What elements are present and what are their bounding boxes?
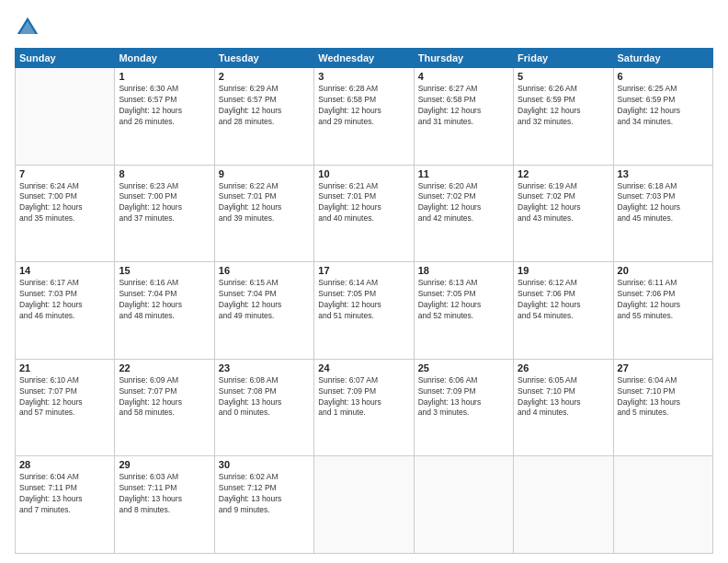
calendar-cell bbox=[16, 68, 115, 166]
day-number: 1 bbox=[119, 71, 210, 82]
day-number: 28 bbox=[19, 459, 110, 470]
calendar-week-1: 1Sunrise: 6:30 AM Sunset: 6:57 PM Daylig… bbox=[16, 68, 713, 166]
calendar-cell: 6Sunrise: 6:25 AM Sunset: 6:59 PM Daylig… bbox=[613, 68, 712, 166]
calendar-header-wednesday: Wednesday bbox=[314, 49, 414, 68]
calendar-cell bbox=[514, 456, 613, 554]
calendar-cell: 12Sunrise: 6:19 AM Sunset: 7:02 PM Dayli… bbox=[514, 165, 613, 262]
day-number: 18 bbox=[418, 265, 509, 276]
day-info: Sunrise: 6:11 AM Sunset: 7:06 PM Dayligh… bbox=[618, 278, 709, 322]
day-info: Sunrise: 6:04 AM Sunset: 7:11 PM Dayligh… bbox=[19, 472, 110, 516]
day-info: Sunrise: 6:16 AM Sunset: 7:04 PM Dayligh… bbox=[119, 278, 210, 322]
day-number: 19 bbox=[518, 265, 609, 276]
day-number: 27 bbox=[618, 362, 709, 373]
day-number: 24 bbox=[318, 362, 409, 373]
day-number: 20 bbox=[618, 265, 709, 276]
day-number: 8 bbox=[119, 168, 210, 179]
calendar-cell bbox=[414, 456, 513, 554]
day-info: Sunrise: 6:13 AM Sunset: 7:05 PM Dayligh… bbox=[418, 278, 509, 322]
day-number: 12 bbox=[518, 168, 609, 179]
day-number: 3 bbox=[318, 71, 409, 82]
day-info: Sunrise: 6:06 AM Sunset: 7:09 PM Dayligh… bbox=[418, 375, 509, 419]
logo bbox=[15, 15, 44, 40]
day-number: 13 bbox=[618, 168, 709, 179]
day-info: Sunrise: 6:25 AM Sunset: 6:59 PM Dayligh… bbox=[618, 84, 709, 128]
calendar-header-row: SundayMondayTuesdayWednesdayThursdayFrid… bbox=[16, 49, 713, 68]
day-info: Sunrise: 6:15 AM Sunset: 7:04 PM Dayligh… bbox=[219, 278, 310, 322]
day-number: 16 bbox=[219, 265, 310, 276]
day-number: 26 bbox=[518, 362, 609, 373]
day-number: 5 bbox=[518, 71, 609, 82]
calendar-cell: 19Sunrise: 6:12 AM Sunset: 7:06 PM Dayli… bbox=[514, 262, 613, 360]
day-info: Sunrise: 6:03 AM Sunset: 7:11 PM Dayligh… bbox=[119, 472, 210, 516]
day-number: 10 bbox=[318, 168, 409, 179]
day-number: 9 bbox=[219, 168, 310, 179]
day-number: 21 bbox=[19, 362, 110, 373]
calendar-cell: 10Sunrise: 6:21 AM Sunset: 7:01 PM Dayli… bbox=[314, 165, 414, 262]
calendar-cell bbox=[314, 456, 414, 554]
day-number: 25 bbox=[418, 362, 509, 373]
calendar-cell: 25Sunrise: 6:06 AM Sunset: 7:09 PM Dayli… bbox=[414, 359, 513, 456]
day-info: Sunrise: 6:30 AM Sunset: 6:57 PM Dayligh… bbox=[119, 84, 210, 128]
calendar-cell: 21Sunrise: 6:10 AM Sunset: 7:07 PM Dayli… bbox=[16, 359, 115, 456]
calendar-cell: 20Sunrise: 6:11 AM Sunset: 7:06 PM Dayli… bbox=[613, 262, 712, 360]
calendar-cell: 13Sunrise: 6:18 AM Sunset: 7:03 PM Dayli… bbox=[613, 165, 712, 262]
calendar-header-sunday: Sunday bbox=[16, 49, 115, 68]
day-info: Sunrise: 6:21 AM Sunset: 7:01 PM Dayligh… bbox=[318, 181, 409, 225]
calendar-header-monday: Monday bbox=[115, 49, 214, 68]
calendar-header-friday: Friday bbox=[514, 49, 613, 68]
calendar-cell: 4Sunrise: 6:27 AM Sunset: 6:58 PM Daylig… bbox=[414, 68, 513, 166]
calendar-cell: 28Sunrise: 6:04 AM Sunset: 7:11 PM Dayli… bbox=[16, 456, 115, 554]
day-number: 11 bbox=[418, 168, 509, 179]
day-info: Sunrise: 6:28 AM Sunset: 6:58 PM Dayligh… bbox=[318, 84, 409, 128]
calendar-week-2: 7Sunrise: 6:24 AM Sunset: 7:00 PM Daylig… bbox=[16, 165, 713, 262]
day-number: 7 bbox=[19, 168, 110, 179]
day-info: Sunrise: 6:14 AM Sunset: 7:05 PM Dayligh… bbox=[318, 278, 409, 322]
calendar-cell bbox=[613, 456, 712, 554]
day-info: Sunrise: 6:27 AM Sunset: 6:58 PM Dayligh… bbox=[418, 84, 509, 128]
calendar-cell: 27Sunrise: 6:04 AM Sunset: 7:10 PM Dayli… bbox=[613, 359, 712, 456]
day-info: Sunrise: 6:22 AM Sunset: 7:01 PM Dayligh… bbox=[219, 181, 310, 225]
calendar-cell: 22Sunrise: 6:09 AM Sunset: 7:07 PM Dayli… bbox=[115, 359, 214, 456]
calendar-header-saturday: Saturday bbox=[613, 49, 712, 68]
day-info: Sunrise: 6:20 AM Sunset: 7:02 PM Dayligh… bbox=[418, 181, 509, 225]
calendar-cell: 7Sunrise: 6:24 AM Sunset: 7:00 PM Daylig… bbox=[16, 165, 115, 262]
day-info: Sunrise: 6:02 AM Sunset: 7:12 PM Dayligh… bbox=[219, 472, 310, 516]
calendar-header-tuesday: Tuesday bbox=[214, 49, 313, 68]
day-number: 6 bbox=[618, 71, 709, 82]
day-number: 29 bbox=[119, 459, 210, 470]
calendar-cell: 11Sunrise: 6:20 AM Sunset: 7:02 PM Dayli… bbox=[414, 165, 513, 262]
day-info: Sunrise: 6:17 AM Sunset: 7:03 PM Dayligh… bbox=[19, 278, 110, 322]
calendar-cell: 17Sunrise: 6:14 AM Sunset: 7:05 PM Dayli… bbox=[314, 262, 414, 360]
calendar-cell: 26Sunrise: 6:05 AM Sunset: 7:10 PM Dayli… bbox=[514, 359, 613, 456]
day-info: Sunrise: 6:23 AM Sunset: 7:00 PM Dayligh… bbox=[119, 181, 210, 225]
day-info: Sunrise: 6:09 AM Sunset: 7:07 PM Dayligh… bbox=[119, 375, 210, 419]
logo-icon bbox=[15, 15, 40, 40]
calendar-cell: 16Sunrise: 6:15 AM Sunset: 7:04 PM Dayli… bbox=[214, 262, 313, 360]
header bbox=[15, 15, 713, 40]
day-number: 4 bbox=[418, 71, 509, 82]
calendar-cell: 3Sunrise: 6:28 AM Sunset: 6:58 PM Daylig… bbox=[314, 68, 414, 166]
day-info: Sunrise: 6:29 AM Sunset: 6:57 PM Dayligh… bbox=[219, 84, 310, 128]
day-info: Sunrise: 6:08 AM Sunset: 7:08 PM Dayligh… bbox=[219, 375, 310, 419]
day-number: 23 bbox=[219, 362, 310, 373]
day-info: Sunrise: 6:05 AM Sunset: 7:10 PM Dayligh… bbox=[518, 375, 609, 419]
calendar-cell: 9Sunrise: 6:22 AM Sunset: 7:01 PM Daylig… bbox=[214, 165, 313, 262]
calendar-header-thursday: Thursday bbox=[414, 49, 513, 68]
calendar-week-5: 28Sunrise: 6:04 AM Sunset: 7:11 PM Dayli… bbox=[16, 456, 713, 554]
calendar-cell: 24Sunrise: 6:07 AM Sunset: 7:09 PM Dayli… bbox=[314, 359, 414, 456]
day-info: Sunrise: 6:04 AM Sunset: 7:10 PM Dayligh… bbox=[618, 375, 709, 419]
day-info: Sunrise: 6:19 AM Sunset: 7:02 PM Dayligh… bbox=[518, 181, 609, 225]
calendar-week-4: 21Sunrise: 6:10 AM Sunset: 7:07 PM Dayli… bbox=[16, 359, 713, 456]
calendar-cell: 14Sunrise: 6:17 AM Sunset: 7:03 PM Dayli… bbox=[16, 262, 115, 360]
calendar-cell: 30Sunrise: 6:02 AM Sunset: 7:12 PM Dayli… bbox=[214, 456, 313, 554]
day-number: 2 bbox=[219, 71, 310, 82]
calendar-cell: 15Sunrise: 6:16 AM Sunset: 7:04 PM Dayli… bbox=[115, 262, 214, 360]
calendar-cell: 8Sunrise: 6:23 AM Sunset: 7:00 PM Daylig… bbox=[115, 165, 214, 262]
day-info: Sunrise: 6:10 AM Sunset: 7:07 PM Dayligh… bbox=[19, 375, 110, 419]
day-number: 15 bbox=[119, 265, 210, 276]
day-number: 22 bbox=[119, 362, 210, 373]
calendar-cell: 23Sunrise: 6:08 AM Sunset: 7:08 PM Dayli… bbox=[214, 359, 313, 456]
day-info: Sunrise: 6:24 AM Sunset: 7:00 PM Dayligh… bbox=[19, 181, 110, 225]
day-info: Sunrise: 6:26 AM Sunset: 6:59 PM Dayligh… bbox=[518, 84, 609, 128]
calendar-cell: 5Sunrise: 6:26 AM Sunset: 6:59 PM Daylig… bbox=[514, 68, 613, 166]
